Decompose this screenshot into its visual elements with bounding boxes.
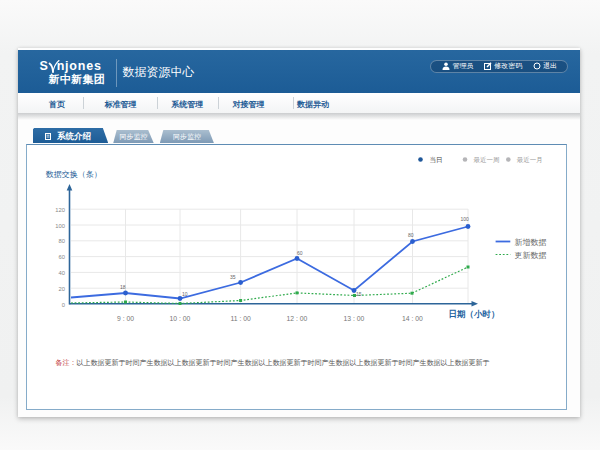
svg-text:9 : 00: 9 : 00: [117, 315, 134, 322]
svg-text:13 : 00: 13 : 00: [344, 315, 365, 322]
svg-text:更新数据: 更新数据: [515, 250, 547, 259]
svg-text:日期（小时）: 日期（小时）: [449, 308, 500, 318]
svg-text:20: 20: [59, 285, 65, 291]
svg-text:100: 100: [55, 222, 65, 228]
svg-text:18: 18: [120, 284, 126, 290]
svg-text:100: 100: [461, 215, 470, 221]
svg-text:80: 80: [408, 232, 414, 238]
svg-text:80: 80: [59, 238, 65, 244]
svg-text:35: 35: [230, 274, 236, 280]
svg-text:10: 10: [182, 291, 188, 297]
svg-text:15: 15: [356, 291, 362, 297]
svg-text:60: 60: [297, 250, 303, 256]
svg-text:最近一月: 最近一月: [517, 156, 543, 164]
svg-text:10 : 00: 10 : 00: [170, 315, 191, 322]
svg-text:12 : 00: 12 : 00: [287, 315, 308, 322]
svg-text:14 : 00: 14 : 00: [402, 315, 423, 322]
svg-text:最近一周: 最近一周: [474, 156, 500, 163]
svg-text:新增数据: 新增数据: [515, 237, 547, 246]
svg-text:60: 60: [59, 254, 65, 260]
svg-text:数据交换（条）: 数据交换（条）: [46, 169, 102, 178]
svg-text:40: 40: [59, 269, 65, 275]
svg-text:当日: 当日: [430, 156, 443, 163]
svg-text:11 : 00: 11 : 00: [230, 315, 251, 322]
svg-text:0: 0: [62, 301, 65, 307]
svg-text:120: 120: [55, 206, 65, 212]
